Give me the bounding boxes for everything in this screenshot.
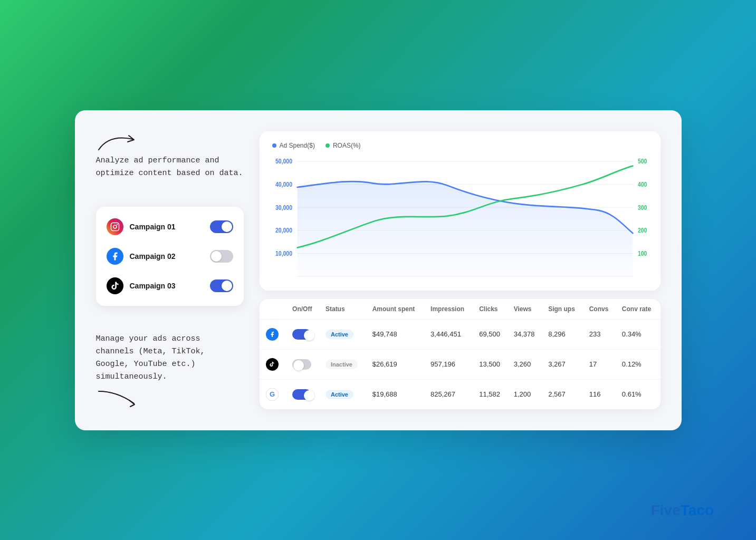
col-conv-rate: Conv rate (617, 299, 661, 320)
svg-text:20,000: 20,000 (275, 227, 292, 234)
row3-impression: 825,267 (425, 379, 474, 409)
row3-status: Active (320, 379, 367, 409)
analyze-text-block: Analyze ad performance and optimize cont… (96, 149, 244, 185)
campaign-03-name: Campaign 03 (130, 282, 204, 290)
row3-platform-icon: G (265, 387, 280, 402)
brand-taco: Taco (681, 502, 714, 518)
row3-toggle-switch[interactable] (292, 389, 311, 400)
ad-spend-dot (272, 143, 276, 148)
main-card: Analyze ad performance and optimize cont… (75, 110, 682, 430)
campaign-01-name: Campaign 01 (130, 223, 204, 231)
row2-conv-rate: 0.12% (617, 349, 661, 379)
svg-rect-0 (111, 223, 119, 230)
row3-convs: 116 (584, 379, 617, 409)
roas-dot (326, 143, 330, 148)
brand-logo: FiveTaco (651, 502, 714, 519)
row2-views: 3,260 (509, 349, 543, 379)
chart-svg: 50,000 40,000 30,000 20,000 10,000 500 4… (272, 156, 648, 282)
svg-text:30,000: 30,000 (275, 204, 292, 210)
row3-toggle[interactable] (287, 379, 320, 409)
col-amount-spent: Amount spent (367, 299, 425, 320)
row1-convs: 233 (584, 319, 617, 349)
top-text-section: Analyze ad performance and optimize cont… (96, 131, 244, 185)
chart-legend: Ad Spend($) ROAS(%) (272, 142, 648, 149)
row3-signups: 2,567 (543, 379, 583, 409)
campaign-row-03: Campaign 03 (104, 274, 235, 297)
svg-point-1 (113, 225, 117, 228)
roas-label: ROAS(%) (333, 142, 361, 149)
row2-status-badge: Inactive (326, 360, 358, 369)
table-row: Inactive $26,619 957,196 13,500 3,260 3,… (260, 349, 661, 379)
ad-spend-label: Ad Spend($) (280, 142, 315, 149)
row3-clicks: 11,582 (474, 379, 509, 409)
col-signups: Sign ups (543, 299, 583, 320)
row2-signups: 3,267 (543, 349, 583, 379)
row1-toggle-switch[interactable] (292, 329, 311, 340)
campaign-row-02: Campaign 02 (104, 245, 235, 268)
row1-views: 34,378 (509, 319, 543, 349)
campaign-row-01: Campaign 01 (104, 215, 235, 238)
facebook-icon (107, 248, 123, 265)
row1-clicks: 69,500 (474, 319, 509, 349)
row3-views: 1,200 (509, 379, 543, 409)
campaign-02-name: Campaign 02 (130, 252, 204, 261)
svg-text:G: G (269, 390, 274, 398)
table-container: On/Off Status Amount spent Impression Cl… (260, 299, 661, 409)
row1-platform (260, 319, 288, 349)
row2-clicks: 13,500 (474, 349, 509, 379)
row1-signups: 8,296 (543, 319, 583, 349)
row3-platform: G (260, 379, 288, 409)
row1-status: Active (320, 319, 367, 349)
row3-conv-rate: 0.61% (617, 379, 661, 409)
analyze-text-line2: optimize content based on data. (96, 167, 244, 180)
analyze-text-line1: Analyze ad performance and (96, 155, 244, 167)
row2-toggle[interactable] (287, 349, 320, 379)
row2-impression: 957,196 (425, 349, 474, 379)
row2-status: Inactive (320, 349, 367, 379)
table-row: G Active $19,688 825,267 11,582 (260, 379, 661, 409)
manage-text-line2: channels (Meta, TikTok, (96, 345, 244, 358)
campaign-02-toggle[interactable] (210, 250, 233, 263)
row1-toggle[interactable] (287, 319, 320, 349)
campaigns-card: Campaign 01 Campaign 02 (96, 207, 244, 306)
row1-impression: 3,446,451 (425, 319, 474, 349)
row3-amount: $19,688 (367, 379, 425, 409)
row1-amount: $49,748 (367, 319, 425, 349)
tiktok-icon (107, 277, 123, 294)
chart-area: 50,000 40,000 30,000 20,000 10,000 500 4… (272, 156, 648, 282)
svg-text:100: 100 (638, 250, 647, 257)
right-panel: Ad Spend($) ROAS(%) 50,000 (260, 131, 661, 409)
row2-toggle-switch[interactable] (292, 359, 311, 370)
chart-container: Ad Spend($) ROAS(%) 50,000 (260, 131, 661, 291)
row1-platform-icon (265, 327, 280, 342)
table-header-row: On/Off Status Amount spent Impression Cl… (260, 299, 661, 320)
left-panel: Analyze ad performance and optimize cont… (96, 131, 244, 409)
manage-text-line3: Google, YouTube etc.) (96, 358, 244, 371)
col-status: Status (320, 299, 367, 320)
col-impression: Impression (425, 299, 474, 320)
table-row: Active $49,748 3,446,451 69,500 34,378 8… (260, 319, 661, 349)
manage-text-block: Manage your ads across channels (Meta, T… (96, 327, 244, 389)
row1-conv-rate: 0.34% (617, 319, 661, 349)
col-views: Views (509, 299, 543, 320)
manage-text-line4: simultaneously. (96, 371, 244, 383)
svg-text:40,000: 40,000 (275, 181, 292, 188)
svg-point-2 (117, 224, 118, 225)
col-clicks: Clicks (474, 299, 509, 320)
campaign-03-toggle[interactable] (210, 279, 233, 292)
svg-text:400: 400 (638, 181, 647, 188)
row2-convs: 17 (584, 349, 617, 379)
col-platform (260, 299, 288, 320)
instagram-icon (107, 218, 123, 235)
legend-ad-spend: Ad Spend($) (272, 142, 315, 149)
svg-text:500: 500 (638, 158, 647, 165)
campaign-01-toggle[interactable] (210, 220, 233, 233)
row2-platform (260, 349, 288, 379)
col-convs: Convs (584, 299, 617, 320)
legend-roas: ROAS(%) (326, 142, 361, 149)
svg-text:300: 300 (638, 204, 647, 210)
row3-status-badge: Active (326, 390, 353, 399)
bottom-text-section: Manage your ads across channels (Meta, T… (96, 327, 244, 409)
data-table: On/Off Status Amount spent Impression Cl… (260, 299, 661, 409)
row1-status-badge: Active (326, 330, 353, 339)
